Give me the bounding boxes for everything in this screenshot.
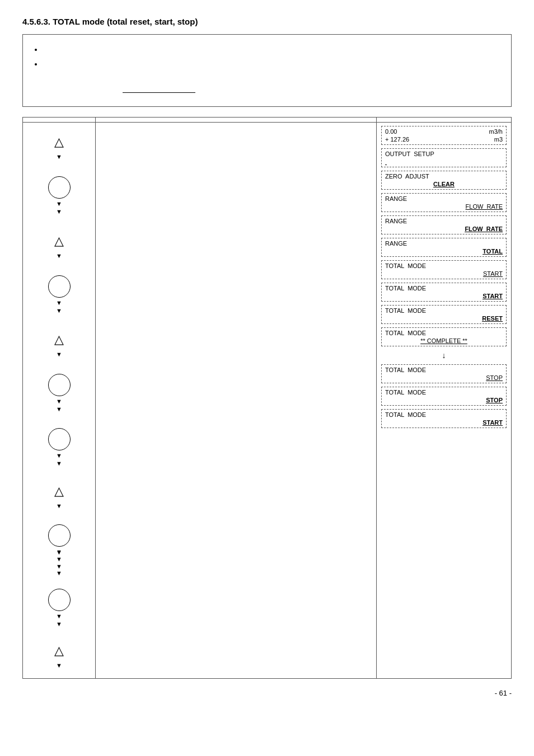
total-mode-stop2-value: STOP: [385, 397, 503, 403]
flow-line2: + 127.26 m3: [385, 136, 503, 143]
button-group-3: △ ▼: [49, 232, 69, 260]
circle-button-1[interactable]: [48, 176, 71, 199]
zero-adjust-label: ZERO ADJUST: [385, 173, 503, 180]
total-mode-stop2-label: TOTAL MODE: [385, 389, 503, 396]
header-col1: [23, 118, 96, 122]
down-arrow-3: ▼: [56, 251, 62, 260]
total-mode-start3-display: TOTAL MODE START: [381, 409, 507, 428]
zero-adjust-display: ZERO ADJUST CLEAR: [381, 171, 507, 190]
circle-button-6[interactable]: [48, 589, 71, 611]
button-group-8: △ ▼: [49, 482, 69, 510]
button-group-2: ▼: [48, 176, 71, 215]
diagram-header: [23, 118, 511, 123]
range-flowrate1-display: RANGE FLOW RATE: [381, 193, 507, 212]
down-arrow-1: ▼: [56, 152, 62, 161]
button-group-1: △ ▼: [49, 133, 69, 161]
down-arrow-7: ▼: [56, 458, 62, 467]
range-total-label: RANGE: [385, 240, 503, 247]
total-mode-complete-display: TOTAL MODE ** COMPLETE **: [381, 327, 507, 346]
total-mode-start3-label: TOTAL MODE: [385, 411, 503, 418]
total-mode-start2-value: START: [385, 293, 503, 299]
button-group-5: △ ▼: [49, 330, 69, 358]
range2-label: RANGE: [385, 218, 503, 224]
display-column: 0.00 m3/h + 127.26 m3 OUTPUT SETUP ZERO …: [377, 123, 511, 678]
total-mode-start1-display: TOTAL MODE START: [381, 260, 507, 279]
circle-button-3[interactable]: [48, 374, 71, 396]
diagram-body: △ ▼ ▼ △ ▼ ▼ △ ▼: [23, 123, 511, 678]
total-mode-reset-label: TOTAL MODE: [385, 307, 503, 314]
range-total-display: RANGE TOTAL: [381, 238, 507, 257]
page-number: - 61 -: [22, 689, 512, 697]
total-value: + 127.26: [385, 136, 409, 143]
total-mode-stop2-display: TOTAL MODE STOP: [381, 387, 507, 406]
triangle-button-3[interactable]: △: [49, 330, 69, 349]
flow-value: 0.00: [385, 128, 397, 135]
output-setup-label: OUTPUT SETUP: [385, 151, 503, 157]
button-group-10: ▼: [48, 589, 71, 628]
range-total-value: TOTAL: [385, 248, 503, 255]
header-col2: [96, 118, 377, 122]
down-arrow-8: ▼: [56, 501, 62, 510]
total-unit: m3: [494, 136, 503, 143]
total-mode-complete-value: ** COMPLETE **: [385, 337, 503, 344]
page-title: 4.5.6.3. TOTAL mode (total reset, start,…: [22, 17, 512, 26]
down-arrow-11: ▼: [56, 660, 62, 669]
down-arrow-5: ▼: [56, 349, 62, 358]
total-mode-stop1-label: TOTAL MODE: [385, 367, 503, 373]
flow-display: 0.00 m3/h + 127.26 m3: [381, 126, 507, 145]
circle-button-5[interactable]: [48, 524, 71, 547]
button-group-4: ▼: [48, 275, 71, 314]
total-mode-stop1-value: STOP: [385, 374, 503, 381]
button-group-6: ▼: [48, 374, 71, 413]
complete-to-stop-arrow: ↓: [381, 351, 507, 360]
triangle-button-1[interactable]: △: [49, 133, 69, 152]
button-group-11: △ ▼: [49, 641, 69, 669]
circle-button-4[interactable]: [48, 428, 71, 450]
total-mode-reset-display: TOTAL MODE RESET: [381, 305, 507, 324]
triangle-button-2[interactable]: △: [49, 232, 69, 251]
bullet-2: [43, 57, 501, 72]
button-group-9: ▼▼▼▼: [48, 524, 71, 576]
button-column: △ ▼ ▼ △ ▼ ▼ △ ▼: [23, 123, 96, 678]
range-flowrate2-display: RANGE FLOW RATE: [381, 215, 507, 234]
total-mode-start2-display: TOTAL MODE START: [381, 283, 507, 302]
down-arrow-4: ▼: [56, 306, 62, 314]
total-mode-start3-value: START: [385, 419, 503, 426]
total-mode-start1-value: START: [385, 270, 503, 277]
underline-reference: [123, 85, 195, 93]
down-arrow-10: ▼: [56, 619, 62, 628]
triangle-button-4[interactable]: △: [49, 482, 69, 501]
total-mode-start2-label: TOTAL MODE: [385, 285, 503, 292]
total-mode-start1-label: TOTAL MODE: [385, 262, 503, 269]
zero-adjust-clear: CLEAR: [385, 181, 503, 187]
output-setup-display: OUTPUT SETUP: [381, 148, 507, 167]
down-arrow-2: ▼: [56, 206, 62, 215]
triangle-button-5[interactable]: △: [49, 641, 69, 660]
flow-unit: m3/h: [489, 128, 503, 135]
flow-line1: 0.00 m3/h: [385, 128, 503, 135]
diagram-container: △ ▼ ▼ △ ▼ ▼ △ ▼: [22, 117, 512, 679]
button-group-7: ▼: [48, 428, 71, 467]
range2-value: FLOW RATE: [385, 226, 503, 232]
output-setup-value: [385, 158, 503, 165]
info-box: [22, 34, 512, 107]
total-mode-complete-label: TOTAL MODE: [385, 330, 503, 336]
total-mode-reset-value: RESET: [385, 315, 503, 322]
header-col3: [377, 118, 511, 122]
flow-arrows-column: [96, 123, 377, 678]
range1-label: RANGE: [385, 195, 503, 202]
total-mode-stop1-display: TOTAL MODE STOP: [381, 364, 507, 383]
circle-button-2[interactable]: [48, 275, 71, 298]
bullet-1: [43, 43, 501, 57]
down-arrow-6: ▼: [56, 404, 62, 413]
range1-value: FLOW RATE: [385, 203, 503, 210]
